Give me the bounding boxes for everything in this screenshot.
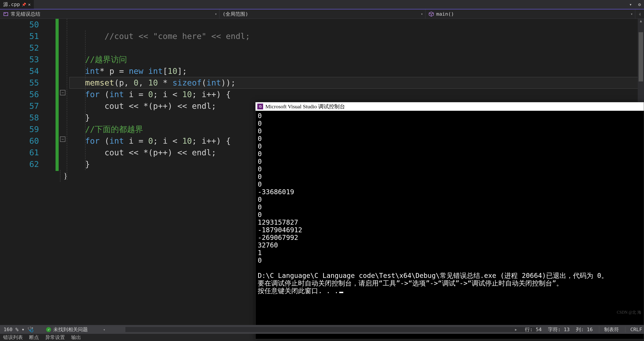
code-line[interactable] [85,42,640,54]
cube-icon [428,11,434,17]
editor-status-bar: 160 % ▾ 🩺 ✓ 未找到相关问题 ◂ ▸ 行: 54 字符: 13 列: … [0,325,644,334]
chevron-down-icon: ▾ [421,12,423,16]
console-cursor [339,292,343,293]
issues-label: 未找到相关问题 [53,326,88,333]
line-number: 58 [0,112,39,123]
console-output: 0 0 0 0 0 0 0 0 0 0 -33686019 0 0 0 1293… [256,111,644,296]
eol-mode[interactable]: CRLF [625,327,642,332]
code-line[interactable] [85,30,640,42]
health-indicator-icon[interactable]: 🩺 [28,327,34,332]
code-editor[interactable]: //cout << "come here" << endl; 505152535… [0,19,644,325]
no-issues-indicator[interactable]: ✓ 未找到相关问题 [46,326,88,333]
check-icon: ✓ [46,327,51,332]
line-status[interactable]: 行: 54 [525,326,542,333]
bottom-tab[interactable]: 异常设置 [45,334,65,341]
code-line[interactable]: for (int i = 0; i < 10; i++) { [85,89,640,100]
zoom-level: 160 % [4,327,18,332]
code-line[interactable]: int* p = new int[10]; [85,65,640,77]
bottom-tab[interactable]: 断点 [29,334,39,341]
line-number: 55 [0,77,39,89]
line-number: 53 [0,54,39,65]
line-number: 59 [0,123,39,135]
editor-tab-source-cpp[interactable]: 源.cpp 📌 × [0,0,34,9]
tab-overflow-icon[interactable]: ▾ [626,0,635,9]
horizontal-scrollbar[interactable] [126,327,539,332]
editor-settings-gear-icon[interactable]: ⚙ [635,0,644,9]
scroll-left-icon[interactable]: ◂ [101,327,106,332]
scope-member-dropdown[interactable]: main() ▾ [426,9,635,18]
line-number: 54 [0,65,39,77]
chevron-down-icon: ▾ [215,12,217,16]
close-tab-icon[interactable]: × [28,2,31,7]
svg-rect-1 [4,13,6,14]
debug-console-window[interactable]: ⧉ Microsoft Visual Studio 调试控制台 0 0 0 0 … [255,102,644,339]
line-number-gutter: 50515253545556575859606162 [0,19,42,325]
watermark: CSDN @北 海 [617,310,641,315]
line-number: 51 [0,30,39,42]
code-line[interactable]: //越界访问 [85,54,640,65]
bottom-tab[interactable]: 输出 [71,334,81,341]
vs-logo-icon: ⧉ [257,104,263,109]
line-number: 50 [0,19,39,30]
scroll-right-icon[interactable]: ▸ [513,327,518,332]
line-number: 60 [0,135,39,147]
code-line[interactable]: memset(p, 0, 10 * sizeof(int)); [85,77,640,89]
scope-member-label: main() [436,11,454,17]
chevron-down-icon: ▾ [630,12,633,16]
char-status[interactable]: 字符: 13 [548,326,570,333]
svg-rect-0 [4,12,8,16]
project-icon [3,11,8,17]
fold-toggle[interactable]: − [60,90,66,95]
line-number: 56 [0,89,39,100]
console-titlebar[interactable]: ⧉ Microsoft Visual Studio 调试控制台 [256,102,644,111]
scope-global-label: (全局范围) [222,11,248,17]
split-editor-icon[interactable]: ⫞ [635,9,644,18]
line-number: 61 [0,147,39,158]
scrollbar-thumb[interactable] [639,32,643,81]
scope-project-label: 常见错误总结 [11,11,40,17]
scope-global-dropdown[interactable]: (全局范围) ▾ [220,9,426,18]
bottom-tab[interactable]: 错误列表 [3,334,23,341]
caret-status: ▸ 行: 54 字符: 13 列: 16 制表符 CRLF [513,326,642,333]
indent-mode[interactable]: 制表符 [599,326,619,333]
navigation-bar: 常见错误总结 ▾ (全局范围) ▾ main() ▾ ⫞ [0,9,644,19]
line-number: 52 [0,42,39,54]
tabstrip-spacer [34,0,626,9]
tab-strip: 源.cpp 📌 × ▾ ⚙ [0,0,644,9]
line-number: 57 [0,100,39,112]
chevron-down-icon: ▾ [22,327,24,332]
closing-brace: } [60,170,68,182]
change-indicator [56,19,59,325]
col-status[interactable]: 列: 16 [576,326,593,333]
line-number: 62 [0,158,39,170]
scroll-up-icon[interactable]: ▲ [638,19,644,25]
scope-project-dropdown[interactable]: 常见错误总结 ▾ [0,9,220,18]
tab-title: 源.cpp [3,1,20,8]
fold-toggle[interactable]: − [60,136,66,142]
console-title: Microsoft Visual Studio 调试控制台 [265,102,345,111]
zoom-control[interactable]: 160 % ▾ 🩺 [0,327,37,332]
pin-icon[interactable]: 📌 [22,2,26,7]
